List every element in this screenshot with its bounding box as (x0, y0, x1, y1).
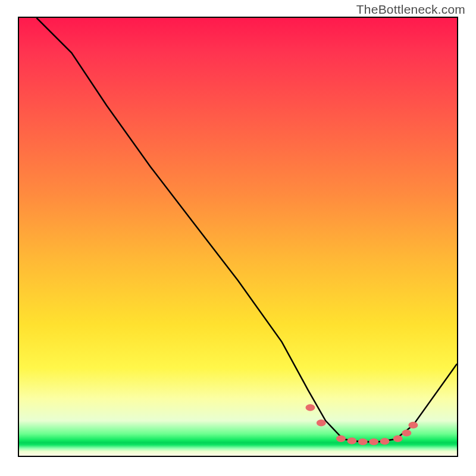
highlight-dot (380, 438, 390, 444)
highlight-dots (305, 404, 418, 445)
chart-frame: TheBottleneck.com (0, 0, 476, 476)
plot-area (18, 17, 458, 457)
highlight-dot (336, 436, 346, 442)
highlight-dot (305, 404, 315, 411)
highlight-dot (347, 437, 356, 444)
highlight-dot (358, 439, 368, 445)
highlight-dot (369, 439, 378, 445)
bottleneck-curve (36, 18, 457, 441)
highlight-dot (317, 419, 326, 426)
highlight-dot (408, 422, 418, 428)
highlight-dot (402, 430, 411, 436)
highlight-dot (393, 436, 403, 442)
watermark-text: TheBottleneck.com (356, 2, 465, 17)
chart-svg (19, 18, 457, 456)
